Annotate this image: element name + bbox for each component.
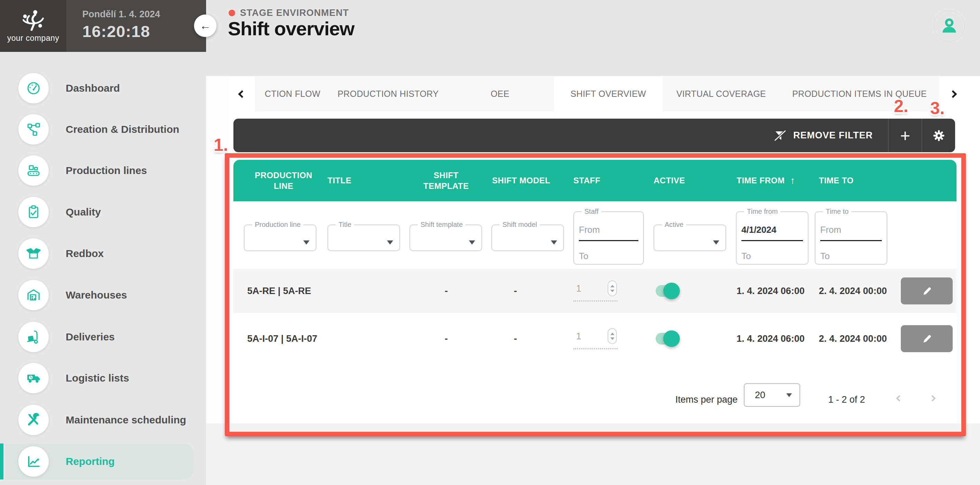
company-logo: your company (0, 0, 67, 52)
back-button[interactable]: ← (194, 14, 216, 37)
logo-mark-icon (21, 10, 46, 32)
time-from-value: 1. 4. 2024 06:00 (737, 286, 805, 297)
edit-row-button[interactable] (901, 278, 953, 305)
conveyor-icon (18, 155, 49, 186)
plus-icon: + (900, 126, 910, 146)
sidebar-item-quality[interactable]: Quality (5, 194, 194, 230)
col-staff[interactable]: STAFF (573, 160, 600, 201)
filter-production-line-select[interactable]: Production line (244, 221, 317, 251)
previous-page-button[interactable] (892, 391, 906, 405)
remove-filter-button[interactable]: REMOVE FILTER (758, 119, 889, 152)
time-to-value: 2. 4. 2024 00:00 (819, 286, 887, 297)
pagination-range: 1 - 2 of 2 (828, 394, 865, 405)
sidebar-item-label: Maintenance scheduling (66, 402, 186, 438)
production-line-value: 5A-RE | 5A-RE (247, 286, 311, 297)
tab-oee[interactable]: OEE (446, 76, 554, 112)
tab-production-flow[interactable]: CTION FLOW (255, 76, 330, 112)
time-from-value: 1. 4. 2024 06:00 (737, 333, 805, 344)
sidebar-item-creation-distribution[interactable]: Creation & Distribution (5, 112, 194, 147)
datetime-panel: Pondělí 1. 4. 2024 16:20:18 (67, 0, 206, 52)
staff-stepper[interactable] (573, 328, 617, 349)
filter-shift-template-select[interactable]: Shift template (409, 221, 482, 251)
edit-row-button[interactable] (901, 325, 953, 352)
annotation-number-2: 2. (894, 96, 908, 116)
staff-stepper[interactable] (573, 281, 617, 302)
tab-virtual-coverage[interactable]: VIRTUAL COVERAGE (663, 76, 780, 112)
table-header: PRODUCTION LINE TITLE SHIFT TEMPLATE SHI… (234, 160, 956, 201)
tabs-scroll-left-button[interactable] (235, 87, 249, 101)
items-per-page-label: Items per page (675, 394, 738, 405)
time-from-from-input[interactable] (741, 225, 803, 235)
sidebar-item-reporting[interactable]: Reporting (5, 444, 194, 479)
sidebar-item-deliveries[interactable]: Deliveries (5, 319, 194, 355)
staff-to-input[interactable] (579, 251, 638, 262)
sidebar-item-label: Production lines (66, 153, 147, 188)
dropdown-caret-icon (713, 241, 719, 244)
sidebar-item-logistic-lists[interactable]: Logistic lists (5, 360, 194, 396)
col-title[interactable]: TITLE (328, 160, 352, 201)
user-avatar-button[interactable] (934, 10, 965, 41)
filter-shift-model-select[interactable]: Shift model (492, 221, 564, 251)
stepper-arrows-icon[interactable] (608, 328, 617, 344)
filter-off-icon (774, 130, 786, 142)
dropdown-caret-icon (469, 241, 475, 244)
dropdown-caret-icon (786, 393, 792, 397)
filter-title-select[interactable]: Title (328, 221, 400, 251)
back-arrow-icon: ← (200, 19, 211, 32)
tab-shift-overview[interactable]: SHIFT OVERVIEW (554, 76, 663, 112)
col-active[interactable]: ACTIVE (654, 160, 685, 201)
time-to-from-input[interactable] (820, 225, 882, 235)
time-to-to-input[interactable] (820, 251, 882, 262)
current-date: Pondělí 1. 4. 2024 (82, 9, 206, 20)
col-time-from-sort[interactable]: TIME FROM↑ (737, 160, 795, 201)
production-line-value: 5A-I-07 | 5A-I-07 (247, 333, 317, 344)
dropdown-caret-icon (303, 241, 310, 244)
items-per-page-select[interactable]: 20 (744, 383, 800, 407)
staff-input[interactable] (576, 330, 593, 342)
col-time-to[interactable]: TIME TO (819, 160, 853, 201)
sidebar-item-warehouses[interactable]: Warehouses (5, 277, 194, 313)
next-page-button[interactable] (925, 391, 939, 405)
stepper-arrows-icon[interactable] (608, 281, 617, 297)
add-shift-button[interactable]: + (889, 119, 921, 152)
sidebar-item-label: Dashboard (66, 70, 120, 106)
card-gutter (206, 76, 228, 423)
environment-badge: STAGE ENVIRONMENT (229, 8, 349, 18)
chevron-left-icon (896, 395, 902, 401)
dropdown-caret-icon (387, 241, 393, 244)
tabs-scroll-right-button[interactable] (946, 87, 960, 101)
remove-filter-label: REMOVE FILTER (793, 130, 873, 141)
col-production-line[interactable]: PRODUCTION LINE (253, 160, 315, 201)
warehouse-icon (18, 280, 49, 310)
sidebar-item-redbox[interactable]: Redbox (5, 236, 194, 271)
active-item-bar (0, 444, 3, 479)
company-name: your company (7, 34, 59, 43)
sidebar-item-label: Creation & Distribution (66, 112, 179, 147)
sidebar-item-label: Redbox (66, 236, 104, 271)
shift-model-value: - (474, 333, 557, 344)
table-settings-button[interactable] (922, 119, 955, 152)
dashboard-icon (18, 73, 49, 104)
col-shift-template[interactable]: SHIFT TEMPLATE (413, 160, 479, 201)
sidebar-item-label: Warehouses (66, 277, 127, 313)
sidebar-item-maintenance-scheduling[interactable]: Maintenance scheduling (5, 402, 194, 438)
tools-icon (18, 405, 49, 435)
open-box-icon (18, 238, 49, 269)
col-shift-model[interactable]: SHIFT MODEL (492, 160, 550, 201)
tab-production-history[interactable]: PRODUCTION HISTORY (330, 76, 446, 112)
filter-active-select[interactable]: Active (654, 221, 726, 251)
tab-production-items-in-queue[interactable]: PRODUCTION ITEMS IN QUEUE (780, 76, 939, 112)
sidebar-item-dashboard[interactable]: Dashboard (5, 70, 194, 106)
person-icon (939, 16, 959, 36)
active-toggle[interactable] (655, 333, 678, 345)
sidebar-item-production-lines[interactable]: Production lines (5, 153, 194, 188)
staff-from-input[interactable] (579, 225, 638, 235)
filter-row: Production line Title Shift template Shi… (234, 201, 956, 269)
staff-input[interactable] (576, 282, 593, 294)
sidebar-item-label: Reporting (66, 444, 115, 479)
time-from-to-input[interactable] (741, 251, 803, 262)
chevron-left-icon (238, 90, 246, 98)
hand-truck-icon (18, 322, 49, 352)
sidebar: Dashboard Creation & Distribution Produc… (0, 52, 206, 485)
active-toggle[interactable] (655, 285, 678, 297)
